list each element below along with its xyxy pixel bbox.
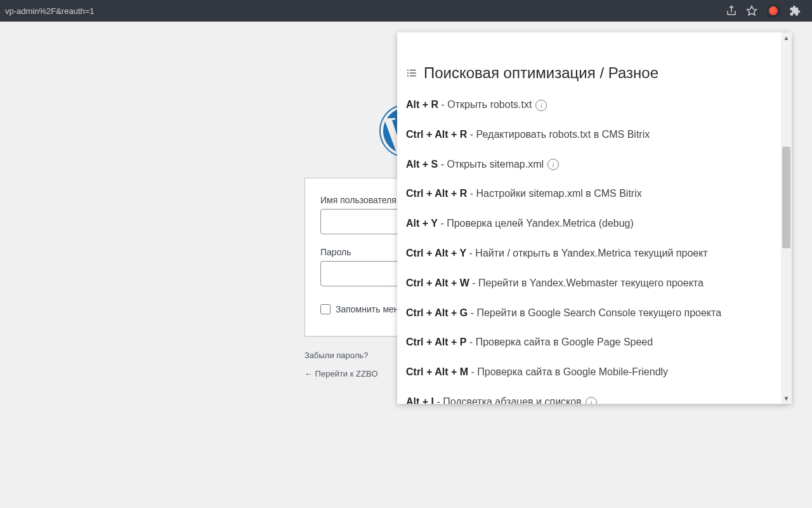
toolbar-icons: [726, 4, 807, 18]
shortcut-keys: Ctrl + Alt + W: [406, 277, 469, 288]
shortcut-description: - Перейти в Yandex.Webmaster текущего пр…: [469, 277, 704, 288]
svg-point-2: [407, 69, 409, 70]
scrollbar-thumb[interactable]: [782, 147, 790, 248]
bookmark-star-icon[interactable]: [746, 5, 757, 17]
remember-me-label[interactable]: Запомнить меня: [320, 304, 403, 314]
shortcut-item[interactable]: Ctrl + Alt + Y - Найти / открыть в Yande…: [406, 247, 772, 260]
share-icon[interactable]: [726, 5, 737, 17]
shortcut-keys: Alt + I: [406, 396, 434, 404]
info-icon[interactable]: i: [535, 100, 547, 111]
shortcut-keys: Ctrl + Alt + Y: [406, 248, 466, 258]
shortcut-keys: Ctrl + Alt + M: [406, 366, 468, 377]
browser-toolbar: vp-admin%2F&reauth=1: [0, 0, 812, 22]
shortcut-keys: Alt + R: [406, 99, 438, 110]
shortcut-keys: Ctrl + Alt + G: [406, 307, 468, 318]
shortcut-item[interactable]: Ctrl + Alt + R - Настройки sitemap.xml в…: [406, 187, 772, 201]
shortcut-description: - Открыть robots.txt: [438, 99, 532, 110]
extension-badge-icon[interactable]: [766, 4, 780, 18]
shortcut-keys: Ctrl + Alt + P: [406, 337, 466, 347]
popup-scrollbar[interactable]: ▲ ▼: [781, 32, 792, 404]
shortcut-keys: Alt + S: [406, 159, 438, 170]
shortcut-item[interactable]: Ctrl + Alt + W - Перейти в Yandex.Webmas…: [406, 277, 772, 290]
shortcut-item[interactable]: Alt + I - Подсветка абзацев и списковi: [406, 396, 772, 404]
shortcut-description: - Настройки sitemap.xml в CMS Bitrix: [467, 188, 641, 199]
shortcut-item[interactable]: Ctrl + Alt + G - Перейти в Google Search…: [406, 307, 772, 320]
shortcut-description: - Открыть sitemap.xml: [438, 159, 544, 170]
shortcut-description: - Подсветка абзацев и списков: [434, 396, 582, 404]
svg-marker-0: [747, 6, 757, 15]
info-icon[interactable]: i: [586, 397, 597, 404]
extensions-puzzle-icon[interactable]: [789, 5, 801, 17]
remember-me-text: Запомнить меня: [336, 304, 403, 314]
shortcut-description: - Проверка сайта в Google Page Speed: [466, 337, 653, 347]
shortcut-description: - Найти / открыть в Yandex.Metrica текущ…: [466, 248, 708, 258]
scrollbar-up-arrow-icon[interactable]: ▲: [781, 32, 792, 43]
svg-rect-3: [410, 70, 416, 71]
shortcut-keys: Alt + Y: [406, 218, 438, 229]
address-bar-fragment[interactable]: vp-admin%2F&reauth=1: [5, 6, 95, 16]
info-icon[interactable]: i: [547, 159, 559, 170]
shortcut-keys: Ctrl + Alt + R: [406, 129, 467, 140]
svg-rect-5: [410, 72, 416, 74]
extension-popup: Поисковая оптимизация / Разное Alt + R -…: [397, 32, 792, 404]
remember-me-checkbox[interactable]: [320, 304, 331, 314]
svg-rect-7: [410, 76, 416, 77]
shortcut-item[interactable]: Ctrl + Alt + P - Проверка сайта в Google…: [406, 336, 772, 349]
list-icon: [406, 67, 417, 79]
shortcut-description: - Проверка сайта в Google Mobile-Friendl…: [468, 366, 668, 377]
shortcut-item[interactable]: Alt + S - Открыть sitemap.xmli: [406, 158, 772, 171]
shortcut-item[interactable]: Ctrl + Alt + R - Редактировать robots.tx…: [406, 128, 772, 142]
shortcut-description: - Редактировать robots.txt в CMS Bitrix: [467, 129, 650, 140]
shortcut-keys: Ctrl + Alt + R: [406, 188, 467, 199]
shortcut-description: - Проверка целей Yandex.Metrica (debug): [438, 218, 634, 229]
shortcut-item[interactable]: Alt + Y - Проверка целей Yandex.Metrica …: [406, 217, 772, 231]
svg-point-4: [407, 72, 409, 74]
shortcut-description: - Перейти в Google Search Console текуще…: [468, 307, 721, 318]
extension-popup-content: Поисковая оптимизация / Разное Alt + R -…: [397, 32, 781, 404]
popup-title: Поисковая оптимизация / Разное: [424, 64, 658, 82]
shortcut-item[interactable]: Ctrl + Alt + M - Проверка сайта в Google…: [406, 366, 772, 379]
svg-point-6: [407, 75, 409, 76]
shortcut-item[interactable]: Alt + R - Открыть robots.txti: [406, 98, 772, 112]
shortcut-list: Alt + R - Открыть robots.txtiCtrl + Alt …: [406, 98, 772, 404]
scrollbar-down-arrow-icon[interactable]: ▼: [781, 393, 792, 404]
popup-heading-row: Поисковая оптимизация / Разное: [406, 64, 772, 82]
